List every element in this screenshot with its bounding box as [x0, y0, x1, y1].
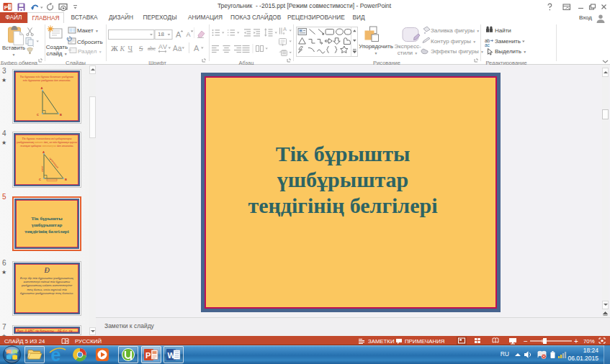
svg-text:А: А — [187, 31, 191, 38]
svg-text:ac: ac — [485, 42, 490, 47]
svg-text:B: B — [60, 113, 62, 117]
svg-text:A: A — [41, 86, 43, 90]
svg-text:катет: катет — [41, 165, 44, 172]
svg-text:abc: abc — [148, 45, 156, 52]
svg-text:АV: АV — [158, 43, 167, 50]
svg-text:C: C — [37, 113, 39, 117]
svg-text:W: W — [168, 351, 176, 360]
svg-text:Ж: Ж — [111, 45, 118, 53]
svg-text:гипотенуза: гипотенуза — [48, 157, 59, 169]
svg-text:А: А — [176, 30, 181, 39]
svg-text:А: А — [194, 44, 199, 53]
svg-text:Аа: Аа — [173, 45, 182, 53]
svg-text:C: C — [39, 178, 41, 181]
svg-text:S: S — [139, 45, 143, 53]
svg-text:P: P — [145, 351, 151, 360]
svg-text:B: B — [65, 178, 67, 181]
svg-text:К: К — [120, 45, 126, 53]
svg-text:A: A — [42, 150, 45, 154]
svg-text:Ч: Ч — [128, 45, 133, 53]
svg-text:А: А — [283, 26, 287, 32]
